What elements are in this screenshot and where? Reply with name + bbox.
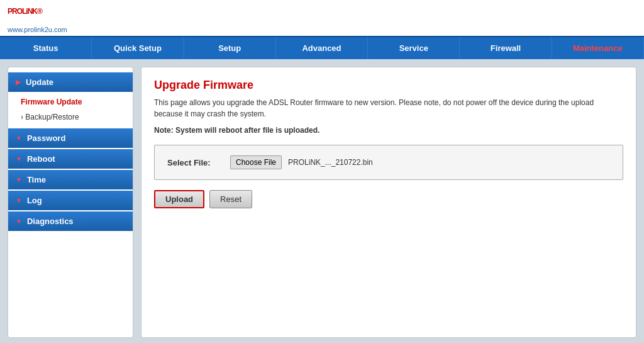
file-row: Select File: Choose File PROLiNK_..._210… [167,155,610,169]
header: PROLiNK® www.prolink2u.com [0,0,644,36]
sidebar-section-label: Time [27,175,46,184]
page-note: Note: System will reboot after file is u… [154,126,623,135]
sidebar-sub-item-backup/restore[interactable]: › Backup/Restore [8,110,133,125]
main-layout: ▶UpdateFirmware Update› Backup/Restore▼P… [0,59,644,343]
content-panel: Upgrade Firmware This page allows you up… [141,67,636,338]
logo: PROLiNK® www.prolink2u.com [8,5,67,33]
sidebar-section: ▼Password [8,128,133,148]
sidebar-arrow: ▶ [16,79,21,86]
sidebar-header-update[interactable]: ▶Update [8,72,133,92]
sidebar-section: ▶UpdateFirmware Update› Backup/Restore [8,72,133,127]
sidebar-section-label: Reboot [27,154,55,164]
nav-item-setup[interactable]: Setup [184,37,276,59]
sidebar-arrow: ▼ [16,197,22,204]
sidebar-section: ▼Reboot [8,149,133,169]
nav-item-firewall[interactable]: Firewall [460,37,552,59]
page-title: Upgrade Firmware [154,79,623,92]
upload-button[interactable]: Upload [154,190,204,208]
sidebar-arrow: ▼ [16,176,22,183]
sidebar-section: ▼Diagnostics [8,211,133,231]
sidebar-header-time[interactable]: ▼Time [8,170,133,189]
reset-button[interactable]: Reset [209,190,252,208]
logo-text: PROLiNK® [8,5,67,25]
sidebar-header-reboot[interactable]: ▼Reboot [8,149,133,169]
file-label: Select File: [167,158,224,167]
sidebar-section: ▼Log [8,191,133,210]
nav-item-service[interactable]: Service [368,37,460,59]
sidebar-header-password[interactable]: ▼Password [8,128,133,148]
sidebar-arrow: ▼ [16,135,22,142]
sidebar-section-label: Password [27,133,65,143]
sidebar-arrow: ▼ [16,218,22,225]
sidebar-arrow: ▼ [16,155,22,162]
nav-item-maintenance[interactable]: Maintenance [552,37,644,59]
nav-item-status[interactable]: Status [0,37,92,59]
nav-item-advanced[interactable]: Advanced [276,37,368,59]
page-description: This page allows you upgrade the ADSL Ro… [154,97,623,120]
sidebar-section-label: Update [26,77,53,87]
action-buttons: Upload Reset [154,190,623,208]
logo-main: PROLiNK [8,7,37,16]
navbar: StatusQuick SetupSetupAdvancedServiceFir… [0,36,644,59]
sidebar-section-label: Diagnostics [27,216,74,226]
sidebar-header-diagnostics[interactable]: ▼Diagnostics [8,211,133,231]
sidebar-section-label: Log [27,196,42,205]
choose-file-button[interactable]: Choose File [230,155,282,169]
logo-subtitle: www.prolink2u.com [8,26,67,33]
sidebar-sub-item-firmware-update[interactable]: Firmware Update [8,94,133,110]
file-name: PROLiNK_..._210722.bin [288,158,373,167]
logo-reg: ® [37,7,42,16]
sidebar-section: ▼Time [8,170,133,189]
nav-item-quick-setup[interactable]: Quick Setup [92,37,184,59]
sidebar: ▶UpdateFirmware Update› Backup/Restore▼P… [8,67,133,338]
sidebar-header-log[interactable]: ▼Log [8,191,133,210]
sidebar-sub-items: Firmware Update› Backup/Restore [8,92,133,127]
file-select-box: Select File: Choose File PROLiNK_..._210… [154,145,623,180]
